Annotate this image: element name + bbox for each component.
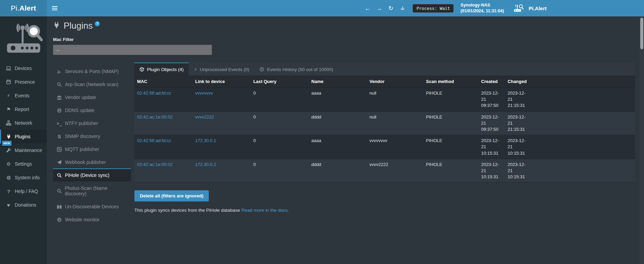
plugin-nav-label: Arp-Scan (Network scan) [65,82,118,87]
plugin-description-text: This plugin syncs devices from the PiHol… [134,208,240,213]
wrench-icon [5,148,12,153]
plugin-nav-item-undiscoverable-devices[interactable]: Un-Discoverable Devices [53,200,131,213]
globe-icon [56,108,62,113]
plugin-nav-item-ddns-update[interactable]: DDNS update [53,103,131,116]
move-arrows-icon[interactable]: ↔↕ [399,5,406,12]
sidebar-item-presence[interactable]: Presence [0,75,47,89]
changed-cell: 2023-12-21 10:15:31 [505,135,533,159]
snmp-s-icon: S [56,134,62,139]
nav-forward-icon[interactable]: → [376,5,383,11]
delete-all-button[interactable]: Delete all (filters are ignored) [134,190,209,202]
mac-filter-input[interactable] [53,45,212,55]
nav-back-icon[interactable]: ← [364,5,371,11]
page-header: Plugins ? [53,21,635,30]
sidebar-toggle-button[interactable] [47,0,63,16]
plugin-nav-item-arp-scan[interactable]: Arp-Scan (Network scan) [53,78,131,91]
new-badge: NEW [1,140,12,147]
name-cell: aaaa [309,135,367,159]
sidebar-item-label: Presence [15,79,35,85]
table-row: 02:42:ac:1e:00:02 172.30.0.2 0 dddd vvvv… [134,159,635,183]
table-body: 02:42:59:ad:fd:cc vvvvvvvv 0 aaaa null P… [134,88,635,183]
magnifier-icon [56,82,62,87]
device-link[interactable]: 172.30.0.2 [195,162,216,167]
scrollbar-track[interactable] [640,16,644,264]
clock-icon [259,67,264,72]
column-header-filler [533,75,635,88]
tab-plugin-objects[interactable]: Plugin Objects (4) [134,62,189,75]
mac-link[interactable]: 02:42:59:ad:fd:cc [137,91,171,96]
scan-method-cell: PIHOLE [423,111,478,135]
sidebar-item-label: Donations [15,202,36,208]
column-header-changed: Changed [505,75,533,88]
navbar-app-title: Pi.Alert [528,5,547,11]
plugin-nav-label: SNMP discovery [65,134,100,139]
mac-link[interactable]: 02:42:59:ad:fd:cc [137,138,171,143]
plugin-nav-item-pihole-device-sync[interactable]: PiHole (Device sync) [53,168,131,181]
sidebar-menu: Devices Presence ⚡ Events ⚑ Report Net [0,61,47,212]
move-vertical-glyph: ↕ [399,5,406,12]
globe-icon [56,217,62,222]
scrollbar-thumb[interactable] [640,18,643,49]
column-header-link-to-device: Link to device [192,75,251,88]
device-link[interactable]: vvvvvvvv [195,91,213,96]
changed-cell: 2023-12-21 21:15:31 [505,88,533,112]
read-more-link[interactable]: Read more in the docs. [241,208,289,213]
plugin-description: This plugin syncs devices from the PiHol… [134,208,635,213]
mac-link[interactable]: 02:42:ac:1e:00:02 [137,114,173,120]
sidebar-item-label: System info [15,175,40,180]
plugin-nav-item-snmp-discovery[interactable]: S SNMP discovery [53,129,131,142]
plugin-nav-item-webhook-publisher[interactable]: Webhook publisher [53,155,131,168]
created-cell: 2023-12-21 10:15:31 [478,159,505,183]
device-link[interactable]: vvvv2222 [195,114,214,120]
name-cell: dddd [309,111,367,135]
plugin-nav-item-services-ports[interactable]: Services & Ports (NMAP) [53,65,131,78]
vendor-cell: vvvv2222 [367,159,424,183]
sidebar-item-devices[interactable]: Devices [0,61,47,75]
question-icon: ? [5,189,12,194]
column-header-vendor: Vendor [367,75,424,88]
help-badge[interactable]: ? [95,21,100,26]
plugin-nav-item-ntfy-publisher[interactable]: >_ NTFY publisher [53,116,131,129]
device-link[interactable]: 172.30.0.1 [195,138,216,143]
mac-link[interactable]: 02:42:ac:1e:00:02 [137,162,173,167]
sidebar-item-maintenance[interactable]: NEW Maintenance [0,143,47,157]
tab-label: Events History (50 out of 10000) [267,67,333,72]
host-info: Synology-NAS (01/01/2024, 11:31:04) [460,2,504,14]
sidebar-item-system-info[interactable]: System info [0,171,47,184]
content-area: Plugins ? Mac Filter Services & Ports (N… [47,16,644,264]
sidebar-item-settings[interactable]: ⚙ Settings [0,157,47,171]
top-navbar: Pi.Alert ← → ↻ ↔↕ Process: Wait Synology… [0,0,644,16]
sitemap-icon [5,120,12,126]
refresh-icon[interactable]: ↻ [387,5,394,11]
tab-label: Plugin Objects (4) [147,67,184,72]
brand-logo[interactable]: Pi.Alert [0,0,47,16]
table-row: 02:42:59:ad:fd:cc vvvvvvvv 0 aaaa null P… [134,88,635,112]
heart-icon: ♥ [5,203,12,208]
plugin-nav-item-mqtt-publisher[interactable]: MQTT publisher [53,142,131,155]
plugin-nav-item-website-monitor[interactable]: Website monitor [53,213,131,226]
tab-events-history[interactable]: Events History (50 out of 10000) [254,62,338,75]
tab-unprocessed-events[interactable]: ⚡ Unprocessed Events (0) [189,62,254,75]
navbar-right-group: ← → ↻ ↔↕ Process: Wait Synology-NAS (01/… [364,0,644,16]
sidebar-item-report[interactable]: ⚑ Report [0,102,47,116]
plugin-nav-label: NTFY publisher [65,121,98,126]
host-name: Synology-NAS [460,2,504,8]
sidebar-item-network[interactable]: Network [0,116,47,130]
last-query-cell: 0 [251,159,309,183]
column-header-mac: MAC [134,75,192,88]
plugin-nav-item-pholus-scan[interactable]: Pholus-Scan (Name discovery) [53,181,131,200]
plug-icon [5,134,12,139]
plugin-nav-item-vendor-update[interactable]: Vendor update [53,91,131,103]
plug-icon [53,22,60,29]
plugin-nav-label: Website monitor [65,217,99,222]
mac-filter-label: Mac Filter [53,37,635,42]
sidebar-item-help-faq[interactable]: ? Help / FAQ [0,184,47,198]
process-status-badge: Process: Wait [413,4,454,13]
sidebar-item-events[interactable]: ⚡ Events [0,89,47,102]
sidebar-item-label: Events [15,93,29,98]
sidebar-item-donations[interactable]: ♥ Donations [0,198,47,212]
name-cell: dddd [309,159,367,183]
scan-method-cell: PIHOLE [423,88,478,112]
scan-method-cell: PIHOLE [423,135,478,159]
name-cell: aaaa [309,88,367,112]
